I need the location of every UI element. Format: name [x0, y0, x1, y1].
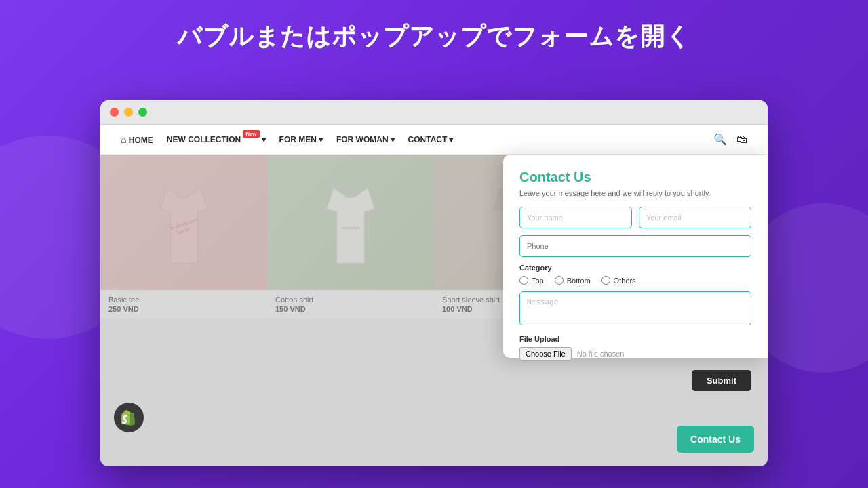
category-bottom[interactable]: Bottom [555, 276, 591, 285]
chevron-down-icon: ▾ [319, 135, 323, 144]
category-others[interactable]: Others [601, 276, 636, 285]
browser-titlebar [100, 100, 768, 125]
category-others-label: Others [614, 277, 636, 285]
nav-for-men[interactable]: FOR MEN ▾ [279, 135, 323, 144]
category-row: Top Bottom Others [519, 276, 751, 285]
category-bottom-label: Bottom [567, 277, 591, 285]
nav-contact[interactable]: CONTACT ▾ [408, 135, 454, 144]
modal-submit-row: Submit [519, 370, 751, 391]
modal-name-email-row [519, 207, 751, 228]
category-top-radio[interactable] [519, 276, 528, 285]
category-others-radio[interactable] [601, 276, 610, 285]
contact-modal: ✕ Contact Us Leave your message here and… [503, 155, 768, 358]
category-top[interactable]: Top [519, 276, 544, 285]
nav-new-collection[interactable]: NEW COLLECTION New ▾ [167, 135, 266, 144]
modal-title: Contact Us [519, 169, 751, 185]
page-title: バブルまたはポップアップでフォームを開く [0, 0, 868, 67]
browser-content: ⌂ HOME NEW COLLECTION New ▾ FOR MEN ▾ FO… [100, 125, 768, 466]
home-icon: ⌂ [121, 134, 126, 145]
email-input[interactable] [639, 207, 751, 228]
chevron-down-icon: ▾ [262, 135, 266, 144]
file-upload-label: File Upload [519, 335, 751, 343]
message-textarea[interactable] [519, 291, 751, 325]
modal-subtitle: Leave your message here and we will repl… [519, 189, 751, 197]
contact-us-button[interactable]: Contact Us [677, 426, 754, 453]
shopify-badge[interactable] [114, 403, 144, 432]
dot-yellow[interactable] [124, 108, 133, 117]
nav-home[interactable]: ⌂ HOME [121, 134, 153, 145]
phone-input[interactable] [519, 235, 751, 257]
name-input[interactable] [519, 207, 632, 228]
dot-red[interactable] [110, 108, 119, 117]
shop-nav: ⌂ HOME NEW COLLECTION New ▾ FOR MEN ▾ FO… [100, 125, 768, 155]
chevron-down-icon: ▾ [449, 135, 453, 144]
file-no-chosen: No file chosen [577, 350, 625, 358]
dot-green[interactable] [138, 108, 147, 117]
category-label: Category [519, 264, 751, 272]
nav-links: ⌂ HOME NEW COLLECTION New ▾ FOR MEN ▾ FO… [121, 134, 453, 145]
browser-window: ⌂ HOME NEW COLLECTION New ▾ FOR MEN ▾ FO… [100, 100, 768, 466]
file-upload-row: Choose File No file chosen [519, 347, 751, 361]
file-choose-button[interactable]: Choose File [519, 347, 572, 361]
nav-for-woman[interactable]: FOR WOMAN ▾ [336, 135, 395, 144]
category-bottom-radio[interactable] [555, 276, 564, 285]
chevron-down-icon: ▾ [391, 135, 395, 144]
cart-button[interactable]: 🛍 [736, 134, 747, 146]
category-top-label: Top [532, 277, 544, 285]
search-button[interactable]: 🔍 [713, 133, 727, 146]
nav-icons: 🔍 🛍 [713, 133, 747, 146]
submit-button[interactable]: Submit [692, 370, 751, 391]
